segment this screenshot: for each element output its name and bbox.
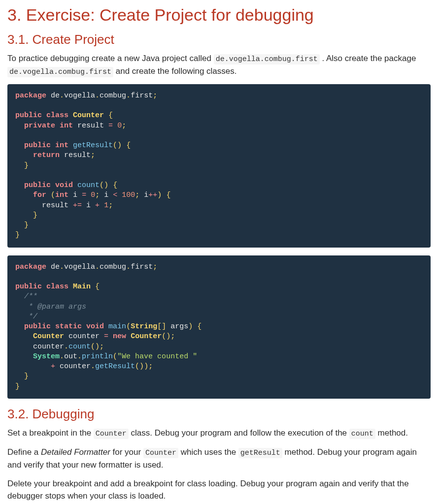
text: for your [113, 447, 143, 457]
punct-lparen: ( [113, 352, 117, 361]
punct-dot: . [126, 92, 131, 100]
op-lt: < [113, 191, 117, 199]
op-eq: = [104, 332, 108, 341]
inline-code-counter: Counter [94, 429, 129, 439]
punct-dot: . [77, 352, 82, 361]
comment: */ [15, 313, 37, 321]
id-args: args [170, 322, 188, 331]
text: which uses the [181, 447, 238, 457]
punct-dot: . [126, 263, 131, 271]
fn-count: count [68, 343, 91, 351]
id-counter: counter [68, 332, 100, 341]
id-result: result [64, 151, 91, 159]
punct-rbrace: } [15, 382, 20, 391]
punct-lparen: ( [162, 332, 166, 341]
type-counter: Counter [33, 332, 64, 341]
subsection-title-create-project: 3.1. Create Project [7, 32, 431, 47]
paragraph-create-project: To practice debugging create a new Java … [7, 52, 431, 78]
text: method. [378, 428, 408, 438]
text: . Also create the package [322, 54, 416, 63]
section-title: 3. Exercise: Create Project for debuggin… [7, 5, 431, 25]
id-i: i [144, 191, 148, 199]
text: class. Debug your program and follow the… [131, 428, 349, 438]
kw-void: void [55, 181, 73, 189]
string-literal: "We have counted " [117, 352, 197, 361]
kw-int: int [55, 141, 68, 150]
fn-getresult: getResult [95, 362, 135, 371]
paragraph-breakpoint: Set a breakpoint in the Counter class. D… [7, 427, 431, 440]
kw-public: public [15, 111, 42, 120]
pkg-combug: combug [100, 263, 126, 271]
punct-semi: ; [153, 92, 157, 100]
kw-class: class [46, 111, 68, 120]
kw-int: int [55, 191, 68, 199]
punct-rparen: ) [157, 191, 162, 199]
punct-rbrace: } [24, 372, 29, 380]
punct-dot: . [60, 352, 64, 361]
kw-class: class [46, 283, 68, 291]
kw-public: public [15, 283, 42, 291]
punct-rbrace: } [24, 161, 29, 170]
pkg-de: de [51, 92, 60, 100]
kw-for: for [33, 191, 46, 199]
kw-public: public [24, 181, 51, 189]
type-counter: Counter [73, 111, 104, 120]
type-string: String [131, 322, 157, 331]
punct-lparen: ( [51, 191, 55, 199]
punct-lbracket: [ [157, 322, 162, 331]
subsection-title-debugging: 3.2. Debugging [7, 407, 431, 422]
inline-code-counter: Counter [143, 448, 178, 458]
num-zero: 0 [117, 122, 122, 130]
punct-dot: . [60, 92, 64, 100]
punct-semi: ; [95, 191, 100, 199]
op-eq: = [82, 191, 86, 199]
text: Define a [7, 447, 41, 457]
op-eq: = [108, 122, 113, 130]
punct-semi: ; [153, 263, 157, 271]
id-result: result [77, 122, 104, 130]
punct-lbrace: { [197, 322, 202, 331]
punct-lbrace: { [166, 191, 170, 199]
punct-rbrace: } [33, 211, 37, 220]
punct-dot: . [60, 263, 64, 271]
inline-code-project-name: de.vogella.combug.first [214, 54, 320, 64]
punct-rparen: ) [188, 322, 193, 331]
punct-dot: . [64, 343, 68, 351]
punct-lparen: ( [100, 181, 104, 189]
punct-semi: ; [91, 151, 95, 159]
pkg-combug: combug [100, 92, 126, 100]
text: and create the following classes. [116, 66, 237, 76]
pkg-vogella: vogella [64, 92, 95, 100]
punct-rbracket: ] [162, 322, 166, 331]
id-i: i [86, 201, 91, 210]
type-main: Main [73, 283, 91, 291]
id-i: i [73, 191, 77, 199]
punct-rbrace: } [15, 231, 20, 239]
kw-void: void [86, 322, 104, 331]
code-block-counter: package de.vogella.combug.first; public … [7, 84, 431, 248]
kw-return: return [33, 151, 60, 159]
inline-code-count: count [349, 429, 375, 439]
punct-rparen: ) [95, 343, 100, 351]
kw-int: int [60, 122, 73, 130]
comment: /** [24, 292, 37, 301]
inline-code-package-name: de.vogella.combug.first [7, 67, 113, 77]
fn-count: count [77, 181, 100, 189]
punct-semi: ; [100, 343, 104, 351]
op-pp: ++ [148, 191, 157, 199]
type-counter: Counter [131, 332, 162, 341]
id-i: i [104, 191, 108, 199]
punct-semi: ; [170, 332, 175, 341]
kw-private: private [24, 122, 55, 130]
punct-dot: . [91, 362, 95, 371]
punct-lparen: ( [135, 362, 139, 371]
num-one: 1 [104, 201, 108, 210]
punct-rparen: ) [166, 332, 170, 341]
punct-semi: ; [148, 362, 153, 371]
kw-static: static [55, 322, 82, 331]
punct-rparen: ) [104, 181, 108, 189]
pkg-vogella: vogella [64, 263, 95, 271]
kw-new: new [113, 332, 126, 341]
id-out: out [64, 352, 77, 361]
em-detailed-formatter: Detailed Formatter [41, 447, 110, 457]
